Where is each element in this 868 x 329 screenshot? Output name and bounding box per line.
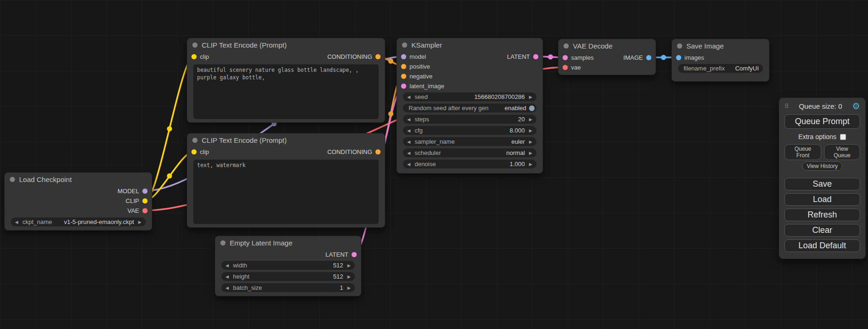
graph-canvas[interactable]: Load Checkpoint MODEL CLIP VAE ◀ ckpt_na…	[0, 0, 868, 329]
load-button[interactable]: Load	[784, 193, 860, 206]
node-load-checkpoint[interactable]: Load Checkpoint MODEL CLIP VAE ◀ ckpt_na…	[4, 172, 152, 231]
widget-label: sampler_name	[415, 138, 455, 145]
increment-icon[interactable]: ▶	[529, 95, 532, 99]
decrement-icon[interactable]: ◀	[407, 151, 410, 155]
decrement-icon[interactable]: ◀	[226, 286, 229, 290]
node-vae-decode[interactable]: VAE Decode samples IMAGE vae	[558, 39, 656, 75]
negative-input-dot[interactable]	[401, 74, 406, 79]
node-title: Load Checkpoint	[19, 175, 72, 183]
increment-icon[interactable]: ▶	[347, 274, 351, 279]
view-history-button[interactable]: View History	[802, 161, 842, 171]
clip-input-dot[interactable]	[191, 54, 197, 59]
widget-value: v1-5-pruned-emaonly.ckpt	[64, 218, 134, 225]
model-output-dot[interactable]	[142, 189, 148, 194]
widget-seed[interactable]: ◀ seed 156680208700286 ▶	[403, 92, 536, 101]
widget-width[interactable]: ◀ width 512 ▶	[221, 261, 355, 270]
model-input-dot[interactable]	[401, 54, 406, 59]
input-label-clip: clip	[200, 148, 209, 155]
node-status-dot-icon	[192, 138, 198, 143]
widget-value: 1	[340, 284, 343, 291]
clip-input-dot[interactable]	[191, 149, 197, 154]
input-label-positive: positive	[409, 63, 430, 70]
toggle-dot-icon[interactable]	[529, 105, 535, 111]
widget-height[interactable]: ◀ height 512 ▶	[221, 272, 355, 281]
save-button[interactable]: Save	[784, 178, 860, 190]
input-label-vae: vae	[571, 64, 581, 71]
positive-input-dot[interactable]	[401, 64, 406, 69]
output-label-latent: LATENT	[325, 251, 348, 258]
decrement-icon[interactable]: ◀	[407, 128, 410, 133]
decrement-icon[interactable]: ◀	[407, 95, 410, 99]
widget-value: enabled	[505, 105, 526, 112]
increment-icon[interactable]: ▶	[347, 263, 351, 268]
widget-batch-size[interactable]: ◀ batch_size 1 ▶	[221, 283, 355, 292]
node-title-bar[interactable]: Load Checkpoint	[5, 173, 152, 186]
drag-handle-icon[interactable]: ⠿	[784, 103, 789, 110]
node-title: KSampler	[411, 41, 442, 49]
increment-icon[interactable]: ▶	[138, 220, 141, 224]
image-output-dot[interactable]	[646, 55, 651, 60]
latent-image-input-dot[interactable]	[401, 84, 406, 89]
clear-button[interactable]: Clear	[784, 224, 860, 237]
increment-icon[interactable]: ▶	[529, 140, 532, 144]
widget-filename-prefix[interactable]: filename_prefix ComfyUI	[678, 64, 763, 73]
increment-icon[interactable]: ▶	[529, 128, 532, 133]
input-label-images: images	[685, 54, 704, 61]
widget-ckpt-name[interactable]: ◀ ckpt_name v1-5-pruned-emaonly.ckpt ▶	[11, 217, 146, 226]
widget-scheduler[interactable]: ◀ scheduler normal ▶	[403, 148, 536, 157]
widget-steps[interactable]: ◀ steps 20 ▶	[403, 115, 536, 124]
decrement-icon[interactable]: ◀	[407, 162, 410, 167]
node-clip-text-encode-positive[interactable]: CLIP Text Encode (Prompt) clip CONDITION…	[187, 38, 385, 123]
widget-label: width	[233, 262, 247, 269]
clip-output-dot[interactable]	[142, 198, 148, 203]
images-input-dot[interactable]	[676, 55, 681, 60]
node-title-bar[interactable]: Save Image	[672, 39, 769, 53]
output-label-conditioning: CONDITIONING	[327, 53, 372, 60]
node-clip-text-encode-negative[interactable]: CLIP Text Encode (Prompt) clip CONDITION…	[187, 133, 385, 228]
vae-input-dot[interactable]	[563, 65, 568, 70]
increment-icon[interactable]: ▶	[529, 151, 532, 155]
conditioning-output-dot[interactable]	[375, 54, 381, 59]
queue-front-button[interactable]: Queue Front	[784, 144, 821, 160]
node-title-bar[interactable]: CLIP Text Encode (Prompt)	[187, 38, 385, 52]
vae-output-dot[interactable]	[142, 208, 148, 213]
conditioning-output-dot[interactable]	[375, 149, 381, 154]
output-label-clip: CLIP	[126, 197, 139, 204]
decrement-icon[interactable]: ◀	[407, 140, 410, 144]
output-label-conditioning: CONDITIONING	[327, 148, 372, 155]
widget-random-seed-toggle[interactable]: Random seed after every gen enabled	[403, 104, 536, 112]
wire-midpoint-dot	[167, 174, 172, 179]
view-queue-button[interactable]: View Queue	[824, 144, 860, 160]
settings-gear-icon[interactable]: ⚙	[852, 102, 860, 111]
decrement-icon[interactable]: ◀	[15, 220, 18, 224]
increment-icon[interactable]: ▶	[347, 286, 351, 290]
node-title: CLIP Text Encode (Prompt)	[202, 136, 287, 144]
increment-icon[interactable]: ▶	[529, 117, 532, 122]
widget-label: seed	[415, 93, 428, 100]
node-save-image[interactable]: Save Image images filename_prefix ComfyU…	[671, 39, 769, 82]
widget-sampler-name[interactable]: ◀ sampler_name euler ▶	[403, 137, 536, 146]
widget-denoise[interactable]: ◀ denoise 1.000 ▶	[403, 160, 536, 168]
load-default-button[interactable]: Load Default	[784, 239, 860, 252]
decrement-icon[interactable]: ◀	[226, 274, 229, 279]
node-title-bar[interactable]: VAE Decode	[558, 39, 656, 53]
increment-icon[interactable]: ▶	[529, 162, 532, 167]
prompt-textarea[interactable]: text, watermark	[193, 160, 379, 224]
decrement-icon[interactable]: ◀	[226, 263, 229, 268]
widget-cfg[interactable]: ◀ cfg 8.000 ▶	[403, 126, 536, 135]
node-empty-latent-image[interactable]: Empty Latent Image LATENT ◀ width 512 ▶ …	[215, 236, 361, 296]
extra-options-checkbox[interactable]	[840, 134, 846, 140]
latent-output-dot[interactable]	[352, 252, 357, 257]
node-title-bar[interactable]: Empty Latent Image	[215, 236, 361, 250]
wire-midpoint-dot	[167, 126, 172, 132]
node-title-bar[interactable]: KSampler	[397, 38, 543, 52]
refresh-button[interactable]: Refresh	[784, 209, 860, 221]
prompt-textarea[interactable]: beautiful scenery nature glass bottle la…	[193, 64, 379, 119]
widget-label: scheduler	[415, 149, 441, 156]
queue-prompt-button[interactable]: Queue Prompt	[784, 114, 860, 129]
decrement-icon[interactable]: ◀	[407, 117, 410, 122]
node-title-bar[interactable]: CLIP Text Encode (Prompt)	[187, 133, 385, 147]
samples-input-dot[interactable]	[563, 55, 568, 60]
node-ksampler[interactable]: KSampler model LATENT positive negative …	[396, 38, 543, 174]
latent-output-dot[interactable]	[533, 54, 538, 59]
